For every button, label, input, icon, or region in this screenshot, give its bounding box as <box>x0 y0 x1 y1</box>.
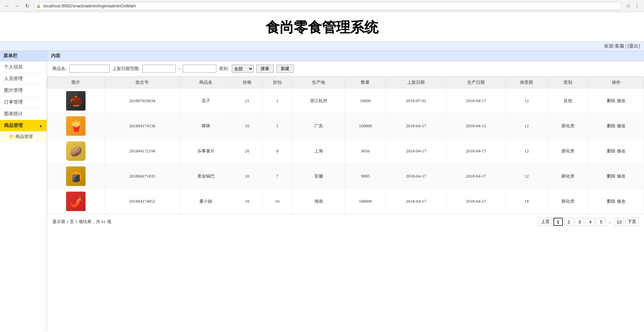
product-name-label: 商品名: <box>52 66 67 72</box>
cell-name-1: 咪咪 <box>179 114 232 139</box>
col-shelf-date: 上架日期 <box>386 77 446 88</box>
category-label: 类别: <box>219 66 229 72</box>
product-name-input[interactable] <box>69 65 110 73</box>
prev-page-button[interactable]: 上页 <box>539 218 552 226</box>
cell-shelf-life-4: 18 <box>506 189 547 214</box>
delete-link-3[interactable]: 删除 <box>607 174 615 179</box>
sidebar-item-image[interactable]: 图片管理 <box>0 85 47 96</box>
cell-price-0: 21 <box>232 88 262 114</box>
table-row: 🌶️ 201804174852 董小姐 10 10 海南 100000 2018… <box>47 189 644 214</box>
category-select[interactable]: 全部 膨化类 其他 <box>232 65 254 73</box>
col-image: 图片 <box>47 77 105 88</box>
cell-origin-0: 浙江杭州 <box>292 88 344 114</box>
date-range-label: 上架日期范围: <box>112 66 140 72</box>
cell-shelf-date-4: 2018-04-17 <box>386 189 446 214</box>
browser-actions: ☆ ⋮ <box>625 2 641 10</box>
refresh-button[interactable]: ↻ <box>23 2 31 10</box>
welcome-text: 欢迎:客服 <box>604 44 624 49</box>
date-end-input[interactable] <box>183 65 216 73</box>
table-body: 🌰 201807029034 瓜子 21 1 浙江杭州 10000 2018-0… <box>47 88 644 214</box>
cell-batch-3: 201804171833 <box>105 164 179 189</box>
new-button[interactable]: 新建 <box>276 65 294 73</box>
cell-shelf-life-2: 12 <box>506 139 547 164</box>
cell-produce-date-2: 2018-04-17 <box>446 139 506 164</box>
cell-name-0: 瓜子 <box>179 88 232 114</box>
cell-actions-2: 删除 修改 <box>589 139 644 164</box>
cell-discount-0: 1 <box>262 88 292 114</box>
back-button[interactable]: ← <box>3 2 11 10</box>
edit-link-4[interactable]: 修改 <box>617 199 626 204</box>
cell-name-2: 乐事薯片 <box>179 139 232 164</box>
date-start-input[interactable] <box>142 65 176 73</box>
bookmark-button[interactable]: ☆ <box>625 2 632 10</box>
sidebar-item-chart[interactable]: 图表统计 <box>0 108 47 120</box>
cell-actions-3: 删除 修改 <box>589 164 644 189</box>
page-button-4[interactable]: 4 <box>586 218 595 226</box>
cell-batch-4: 201804174852 <box>105 189 179 214</box>
delete-link-2[interactable]: 删除 <box>607 148 615 153</box>
cell-category-4: 膨化类 <box>547 189 589 214</box>
cell-image-1: 🍟 <box>47 114 105 139</box>
cell-category-0: 其他 <box>547 88 589 114</box>
forward-button[interactable]: → <box>13 2 21 10</box>
edit-link-2[interactable]: 修改 <box>617 148 626 153</box>
search-button[interactable]: 搜索 <box>256 65 274 73</box>
pagination-controls: 上页 1 2 3 4 5 ... 13 下页 <box>539 218 639 226</box>
col-origin: 生产地 <box>292 77 344 88</box>
page-button-13[interactable]: 13 <box>614 218 624 226</box>
delete-link-0[interactable]: 删除 <box>607 98 615 103</box>
cell-price-2: 20 <box>232 139 262 164</box>
page-button-1[interactable]: 1 <box>553 218 563 226</box>
col-category: 类别 <box>547 77 589 88</box>
table-row: 🌰 201807029034 瓜子 21 1 浙江杭州 10000 2018-0… <box>47 88 644 114</box>
delete-link-1[interactable]: 删除 <box>607 123 615 128</box>
edit-link-3[interactable]: 修改 <box>617 174 626 179</box>
menu-button[interactable]: ⋮ <box>633 2 641 10</box>
folder-icon: 📁 <box>9 134 14 139</box>
url-input[interactable] <box>34 2 622 10</box>
cell-quantity-2: 9956 <box>345 139 386 164</box>
table-row: 🥔 201804172196 乐事薯片 20 8 上海 9956 2018-04… <box>47 139 644 164</box>
sidebar-header: 菜单栏 <box>0 51 47 61</box>
date-separator: - <box>178 66 180 71</box>
url-bar-wrapper: 🔒 <box>34 2 622 10</box>
browser-bar: ← → ↻ 🔒 ☆ ⋮ <box>0 0 644 12</box>
sidebar-item-personal[interactable]: 个人信息 <box>0 61 47 73</box>
sidebar-item-goods[interactable]: 商品管理 ▲ <box>0 120 47 132</box>
cell-actions-4: 删除 修改 <box>589 189 644 214</box>
cell-produce-date-3: 2018-04-17 <box>446 164 506 189</box>
cell-shelf-date-2: 2018-04-17 <box>386 139 446 164</box>
edit-link-0[interactable]: 修改 <box>617 98 626 103</box>
page-button-3[interactable]: 3 <box>575 218 584 226</box>
page-button-2[interactable]: 2 <box>564 218 574 226</box>
col-shelf-life: 保质期 <box>506 77 547 88</box>
cell-origin-4: 海南 <box>292 189 344 214</box>
page-ellipsis: ... <box>607 219 613 224</box>
sidebar-sub-item-goods[interactable]: 📁 商品管理 <box>0 132 47 142</box>
cell-shelf-date-1: 2018-04-17 <box>386 114 446 139</box>
cell-image-4: 🌶️ <box>47 189 105 214</box>
cell-category-1: 膨化类 <box>547 114 589 139</box>
cell-quantity-4: 100000 <box>345 189 386 214</box>
page-button-5[interactable]: 5 <box>596 218 606 226</box>
sidebar-item-order[interactable]: 订单管理 <box>0 96 47 108</box>
content-header: 内容 <box>47 51 644 61</box>
next-page-button[interactable]: 下页 <box>625 218 639 226</box>
table-row: 🍟 201804174136 咪咪 10 1 广东 100000 2018-04… <box>47 114 644 139</box>
cell-discount-4: 10 <box>262 189 292 214</box>
cell-origin-1: 广东 <box>292 114 344 139</box>
logout-link[interactable]: [退出] <box>628 44 640 49</box>
cell-batch-1: 201804174136 <box>105 114 179 139</box>
cell-image-2: 🥔 <box>47 139 105 164</box>
cell-discount-2: 8 <box>262 139 292 164</box>
cell-shelf-life-0: 12 <box>506 88 547 114</box>
sidebar-item-staff[interactable]: 人员管理 <box>0 73 47 85</box>
pagination-info: 显示第 1 至 5 项结果，共 61 项 <box>52 219 111 225</box>
cell-price-3: 10 <box>232 164 262 189</box>
cell-discount-3: 7 <box>262 164 292 189</box>
cell-image-3: 🍘 <box>47 164 105 189</box>
content-area: 内容 商品名: 上架日期范围: - 类别: 全部 膨化类 其他 搜索 新建 图片 <box>47 51 644 331</box>
delete-link-4[interactable]: 删除 <box>607 199 615 204</box>
cell-produce-date-1: 2018-04-15 <box>446 114 506 139</box>
edit-link-1[interactable]: 修改 <box>617 123 626 128</box>
